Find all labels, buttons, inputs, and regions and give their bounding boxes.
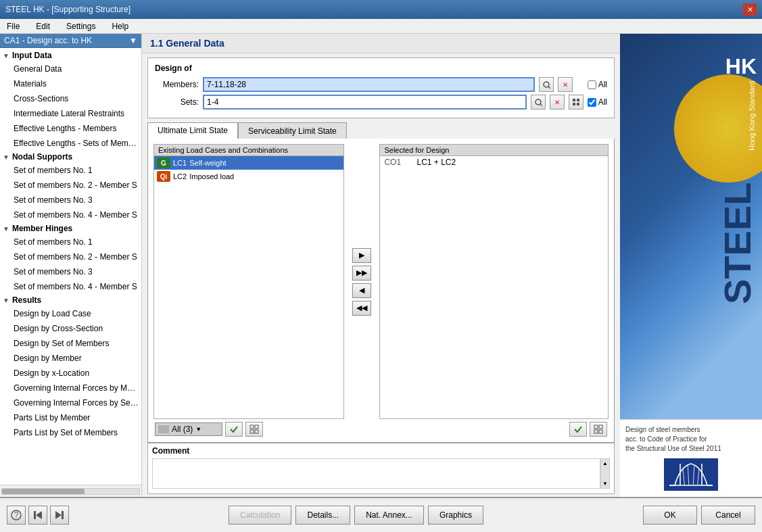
expand-icon-hinges: ▼ bbox=[3, 225, 9, 233]
sets-all-checkbox[interactable] bbox=[588, 98, 596, 107]
brand-logo bbox=[625, 458, 757, 491]
sidebar-item-gov-set[interactable]: Governing Internal Forces by Set of bbox=[0, 395, 141, 410]
svg-rect-12 bbox=[594, 425, 598, 429]
svg-rect-10 bbox=[250, 430, 254, 433]
design-of-panel: Design of Members: ✕ All Sets: bbox=[147, 57, 615, 118]
sidebar-item-materials[interactable]: Materials bbox=[0, 76, 141, 91]
menu-help[interactable]: Help bbox=[108, 20, 133, 32]
svg-point-0 bbox=[544, 82, 549, 87]
add-all-btn[interactable]: ▶▶ bbox=[352, 266, 371, 281]
remove-all-btn[interactable]: ◀◀ bbox=[352, 301, 371, 316]
load-filter-dropdown[interactable]: All (3) ▼ bbox=[155, 422, 222, 436]
selected-panel-header: Selected for Design bbox=[380, 145, 608, 156]
sel-row-co1[interactable]: CO1 LC1 + LC2 bbox=[380, 156, 608, 168]
svg-rect-9 bbox=[255, 425, 258, 429]
section-results[interactable]: ▼ Results bbox=[0, 294, 141, 306]
sidebar-item-design-cross[interactable]: Design by Cross-Section bbox=[0, 321, 141, 336]
sidebar-scrollbar[interactable] bbox=[0, 485, 141, 497]
remove-one-btn[interactable]: ◀ bbox=[352, 283, 371, 298]
sidebar-item-eff-lengths-members[interactable]: Effective Lengths - Members bbox=[0, 121, 141, 136]
bottom-bar: ? Calculation Details... Nat. Annex... G… bbox=[0, 497, 762, 532]
sidebar-item-general-data[interactable]: General Data bbox=[0, 62, 141, 76]
load-row-lc2[interactable]: Qi LC2 Imposed load bbox=[154, 170, 343, 183]
menu-settings[interactable]: Settings bbox=[62, 20, 99, 32]
sidebar-item-parts-member[interactable]: Parts List by Member bbox=[0, 410, 141, 425]
right-brand-panel: STEEL HK Hong Kong Standard Design of st… bbox=[620, 34, 762, 497]
close-button[interactable]: ✕ bbox=[743, 3, 757, 16]
expand-icon: ▼ bbox=[3, 52, 9, 59]
scrollbar-thumb bbox=[2, 489, 85, 494]
menu-edit[interactable]: Edit bbox=[32, 20, 54, 32]
sidebar-item-design-set[interactable]: Design by Set of Members bbox=[0, 336, 141, 351]
nat-annex-button[interactable]: Nat. Annex... bbox=[354, 506, 424, 525]
sidebar-item-parts-set[interactable]: Parts List by Set of Members bbox=[0, 425, 141, 440]
design-dropdown[interactable]: CA1 - Design acc. to HK ▼ bbox=[0, 34, 141, 48]
lc2-id: LC2 bbox=[173, 172, 187, 180]
sidebar-item-hinge-2[interactable]: Set of members No. 2 - Member S bbox=[0, 249, 141, 264]
sidebar: CA1 - Design acc. to HK ▼ ▼ Input Data G… bbox=[0, 34, 142, 497]
filter-check-btn[interactable] bbox=[225, 422, 243, 437]
scrollbar-down-icon[interactable]: ▼ bbox=[602, 481, 608, 487]
prev-btn[interactable] bbox=[28, 506, 47, 525]
members-label: Members: bbox=[155, 80, 199, 89]
section-member-hinges[interactable]: ▼ Member Hinges bbox=[0, 222, 141, 235]
tab-content: Existing Load Cases and Combinations G L… bbox=[147, 139, 615, 443]
members-select-btn[interactable] bbox=[539, 77, 554, 92]
comment-input[interactable] bbox=[152, 458, 600, 489]
sidebar-item-intermediate[interactable]: Intermediate Lateral Restraints bbox=[0, 106, 141, 121]
help-btn[interactable]: ? bbox=[7, 506, 26, 525]
filter-grid-btn[interactable] bbox=[245, 422, 263, 437]
tab-uls[interactable]: Ultimate Limit State bbox=[147, 122, 238, 139]
sidebar-item-hinge-1[interactable]: Set of members No. 1 bbox=[0, 235, 141, 249]
sets-select-btn[interactable] bbox=[531, 95, 546, 110]
sets-extra-btn[interactable] bbox=[569, 95, 584, 110]
sidebar-item-design-load[interactable]: Design by Load Case bbox=[0, 306, 141, 321]
sidebar-item-design-member[interactable]: Design by Member bbox=[0, 351, 141, 366]
lc1-id: LC1 bbox=[173, 159, 187, 167]
calculation-button[interactable]: Calculation bbox=[229, 506, 291, 525]
cancel-button[interactable]: Cancel bbox=[701, 506, 755, 525]
badge-qi: Qi bbox=[157, 171, 170, 182]
sel-grid-btn[interactable] bbox=[590, 422, 607, 437]
scrollbar-track bbox=[1, 488, 140, 495]
sidebar-item-design-xloc[interactable]: Design by x-Location bbox=[0, 366, 141, 381]
ok-button[interactable]: OK bbox=[643, 506, 697, 525]
tab-sls[interactable]: Serviceability Limit State bbox=[238, 122, 347, 139]
sidebar-item-hinge-3[interactable]: Set of members No. 3 bbox=[0, 264, 141, 279]
svg-rect-7 bbox=[577, 103, 579, 105]
menu-bar: File Edit Settings Help bbox=[0, 19, 762, 34]
svg-rect-5 bbox=[577, 99, 579, 101]
sidebar-item-nodal-1[interactable]: Set of members No. 1 bbox=[0, 163, 141, 178]
sidebar-item-nodal-3[interactable]: Set of members No. 3 bbox=[0, 193, 141, 208]
scrollbar-up-icon[interactable]: ▲ bbox=[602, 460, 608, 466]
section-input-data[interactable]: ▼ Input Data bbox=[0, 49, 141, 62]
sidebar-item-eff-lengths-sets[interactable]: Effective Lengths - Sets of Members bbox=[0, 136, 141, 151]
svg-marker-31 bbox=[55, 511, 62, 519]
members-all-checkbox[interactable] bbox=[588, 80, 596, 89]
details-button[interactable]: Details... bbox=[295, 506, 350, 525]
sets-all-checkbox-label: All bbox=[588, 97, 607, 107]
svg-rect-6 bbox=[573, 103, 575, 105]
sidebar-item-nodal-2[interactable]: Set of members No. 2 - Member S bbox=[0, 178, 141, 193]
sidebar-item-cross-sections[interactable]: Cross-Sections bbox=[0, 91, 141, 106]
add-one-btn[interactable]: ▶ bbox=[352, 248, 371, 263]
members-input[interactable] bbox=[203, 77, 535, 92]
sidebar-item-gov-member[interactable]: Governing Internal Forces by Membe bbox=[0, 381, 141, 395]
section-nodal-supports[interactable]: ▼ Nodal Supports bbox=[0, 151, 141, 163]
sets-clear-btn[interactable]: ✕ bbox=[550, 95, 565, 110]
menu-file[interactable]: File bbox=[3, 20, 24, 32]
sets-row: Sets: ✕ All bbox=[155, 95, 607, 110]
sel-check-btn[interactable] bbox=[569, 422, 587, 437]
sidebar-item-hinge-4[interactable]: Set of members No. 4 - Member S bbox=[0, 279, 141, 294]
next-btn[interactable] bbox=[50, 506, 69, 525]
lc1-name: Self-weight bbox=[189, 159, 226, 167]
load-row-lc1[interactable]: G LC1 Self-weight bbox=[154, 156, 343, 170]
sidebar-item-nodal-4[interactable]: Set of members No. 4 - Member S bbox=[0, 208, 141, 222]
members-clear-btn[interactable]: ✕ bbox=[558, 77, 573, 92]
svg-text:?: ? bbox=[14, 510, 19, 520]
main-layout: CA1 - Design acc. to HK ▼ ▼ Input Data G… bbox=[0, 34, 762, 497]
sets-input[interactable] bbox=[203, 95, 527, 110]
selected-panel: Selected for Design CO1 LC1 + LC2 bbox=[379, 144, 609, 419]
graphics-button[interactable]: Graphics bbox=[428, 506, 483, 525]
lc2-name: Imposed load bbox=[189, 172, 234, 180]
